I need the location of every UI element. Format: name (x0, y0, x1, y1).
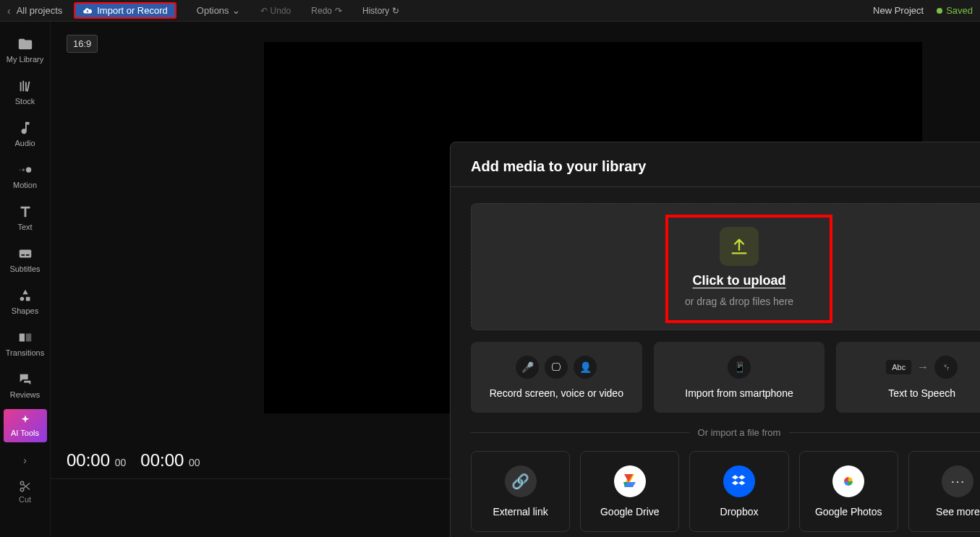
sidebar-cut-label: Cut (19, 495, 31, 504)
subtitles-icon (17, 246, 33, 262)
source-dropbox[interactable]: Dropbox (689, 451, 788, 532)
option-label: Record screen, voice or video (490, 387, 623, 399)
google-drive-icon (614, 465, 646, 497)
modal-title: Add media to your library (471, 158, 980, 175)
smartphone-option[interactable]: 📱 Import from smartphone (654, 342, 825, 413)
arrow-right-icon: → (917, 361, 929, 374)
sidebar-collapse-button[interactable]: › (0, 450, 50, 471)
sidebar-cut-button[interactable]: Cut (19, 477, 32, 506)
record-icons: 🎤 🖵 👤 (516, 356, 597, 379)
sidebar-item-reviews[interactable]: Reviews (4, 364, 47, 406)
sidebar-item-ai-tools[interactable]: AI Tools (4, 409, 47, 442)
cloud-upload-icon (82, 6, 93, 16)
import-record-label: Import or Record (97, 5, 168, 16)
waveform-icon: ␋ (934, 356, 958, 379)
source-external-link[interactable]: 🔗 External link (471, 451, 570, 532)
svg-rect-9 (25, 334, 30, 342)
tts-icons: Abc → ␋ (886, 356, 958, 379)
import-record-button[interactable]: Import or Record (74, 2, 176, 19)
upload-inner: Click to upload or drag & drop files her… (685, 227, 793, 307)
sidebar-item-text[interactable]: Text (4, 197, 47, 239)
mic-icon: 🎤 (516, 356, 539, 379)
svg-rect-7 (25, 297, 29, 301)
svg-rect-4 (21, 254, 25, 256)
topbar: ‹ All projects Import or Record Options … (0, 0, 980, 22)
sidebar: My Library Stock Audio Motion Text Subti… (0, 22, 51, 537)
sidebar-item-transitions[interactable]: Transitions (4, 322, 47, 364)
chat-icon (17, 371, 33, 387)
sidebar-item-label: Stock (15, 97, 35, 106)
time-current: 00:00 (67, 450, 110, 470)
time-display: 00:00 00 00:00 00 (67, 450, 200, 471)
options-dropdown[interactable]: Options ⌄ (197, 5, 240, 16)
undo-icon: ↶ (260, 6, 268, 16)
upload-main-text: Click to upload (692, 273, 785, 288)
svg-rect-8 (19, 334, 24, 342)
topbar-right: New Project Saved (873, 5, 973, 16)
chevron-right-icon: › (23, 455, 27, 466)
source-label: Google Photos (815, 506, 882, 517)
source-label: See more (936, 506, 980, 517)
source-see-more[interactable]: ⋯ See more (908, 451, 980, 532)
source-label: Dropbox (720, 506, 759, 517)
sidebar-item-label: Audio (14, 139, 35, 147)
sidebar-item-library[interactable]: My Library (4, 29, 47, 71)
source-google-photos[interactable]: Google Photos (799, 451, 898, 532)
abc-icon: Abc (886, 360, 911, 374)
music-icon (17, 120, 33, 136)
history-label: History (362, 6, 389, 16)
sidebar-item-motion[interactable]: Motion (4, 155, 47, 197)
upload-dropzone[interactable]: Click to upload or drag & drop files her… (471, 203, 980, 330)
upload-icon-wrap (720, 227, 759, 266)
sidebar-item-subtitles[interactable]: Subtitles (4, 239, 47, 280)
time-total-frames: 00 (189, 457, 200, 468)
sidebar-item-label: Text (17, 223, 32, 231)
options-label: Options (197, 5, 229, 16)
undo-button[interactable]: ↶ Undo (260, 6, 291, 16)
aspect-ratio-badge[interactable]: 16:9 (67, 35, 98, 53)
svg-rect-5 (25, 254, 29, 256)
divider (451, 186, 980, 187)
new-project-label[interactable]: New Project (873, 5, 924, 16)
folder-icon (17, 36, 33, 52)
redo-button[interactable]: Redo ↷ (311, 6, 342, 16)
option-row: 🎤 🖵 👤 Record screen, voice or video 📱 Im… (471, 342, 980, 413)
sidebar-item-label: My Library (7, 55, 43, 64)
svg-rect-3 (19, 250, 31, 258)
time-total: 00:00 (140, 450, 184, 470)
svg-point-1 (22, 168, 25, 171)
tts-option[interactable]: Abc → ␋ Text to Speech (836, 342, 980, 413)
sparkle-icon (20, 414, 31, 426)
sidebar-item-label: AI Tools (11, 429, 39, 437)
history-button[interactable]: History ↻ (362, 6, 399, 16)
upload-icon (729, 236, 749, 257)
books-icon (17, 78, 33, 94)
time-current-frames: 00 (115, 457, 127, 468)
sidebar-item-label: Transitions (6, 348, 44, 357)
saved-label: Saved (946, 5, 973, 16)
source-label: External link (493, 506, 547, 517)
svg-point-6 (20, 297, 24, 301)
record-option[interactable]: 🎤 🖵 👤 Record screen, voice or video (471, 342, 642, 413)
source-row: 🔗 External link Google Drive Dropbox (471, 451, 980, 532)
source-label: Google Drive (600, 506, 660, 517)
all-projects-link[interactable]: All projects (17, 5, 63, 16)
redo-icon: ↷ (335, 6, 342, 16)
google-photos-icon (832, 465, 864, 497)
sidebar-item-audio[interactable]: Audio (4, 113, 47, 155)
screen-icon: 🖵 (545, 356, 568, 379)
sidebar-item-shapes[interactable]: Shapes (4, 280, 47, 322)
sidebar-item-label: Motion (13, 181, 37, 189)
sidebar-item-stock[interactable]: Stock (4, 71, 47, 113)
chevron-left-icon[interactable]: ‹ (7, 5, 11, 17)
main: My Library Stock Audio Motion Text Subti… (0, 22, 980, 537)
text-icon (17, 204, 33, 220)
saved-dot-icon (937, 8, 942, 14)
phone-icon: 📱 (728, 356, 751, 379)
motion-icon (17, 162, 33, 178)
transitions-icon (17, 330, 33, 345)
svg-point-2 (19, 169, 20, 171)
source-google-drive[interactable]: Google Drive (580, 451, 679, 532)
upload-sub-text: or drag & drop files here (685, 296, 793, 307)
option-label: Text to Speech (888, 387, 955, 399)
